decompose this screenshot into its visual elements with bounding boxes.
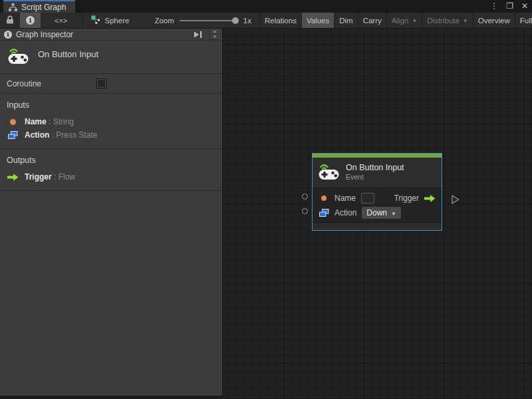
coroutine-row: Coroutine: [0, 74, 222, 94]
flow-arrow-icon: [7, 174, 19, 181]
distribute-button: Distribute ▼: [422, 13, 473, 28]
gamepad-icon: [319, 162, 339, 182]
trigger-port-label: Trigger: [394, 194, 419, 203]
tab-label: Script Graph: [21, 3, 66, 12]
action-dropdown[interactable]: Down ▼: [362, 207, 401, 219]
name-input-socket[interactable]: [302, 194, 308, 200]
inspector-toggle-button[interactable]: i: [20, 13, 41, 28]
input-port-row: Name : String: [0, 115, 222, 128]
inputs-section: Inputs Name : String Action : Press Stat…: [0, 94, 222, 149]
unit-header: On Button Input: [0, 41, 222, 74]
on-button-input-node[interactable]: On Button Input Event Name Trigger: [312, 153, 442, 231]
tab-bar: Script Graph ⋮ ❐ ✕: [0, 0, 532, 13]
gamepad-icon: [8, 47, 29, 66]
dim-button[interactable]: Dim: [334, 13, 357, 28]
flow-arrow-icon[interactable]: [424, 195, 436, 202]
unit-title: On Button Input: [38, 49, 98, 59]
coroutine-checkbox[interactable]: [96, 78, 106, 88]
zoom-value: 1x: [243, 17, 251, 25]
string-value-icon: [7, 119, 19, 125]
zoom-slider-thumb[interactable]: [232, 17, 239, 24]
inspector-titlebar: i Graph Inspector ▲ ▼: [0, 29, 222, 41]
code-icon: <×>: [55, 17, 67, 25]
tab-script-graph[interactable]: Script Graph: [3, 0, 75, 13]
outputs-header: Outputs: [0, 154, 222, 170]
graph-network-icon: [91, 15, 100, 26]
full-screen-button[interactable]: Full Screen: [515, 13, 532, 28]
graph-owner-button[interactable]: Sphere: [83, 13, 136, 28]
zoom-slider[interactable]: [180, 20, 238, 21]
output-port-row: Trigger : Flow: [0, 170, 222, 184]
name-port-label: Name: [334, 194, 356, 203]
maximize-icon[interactable]: ❐: [506, 0, 513, 13]
input-port-row: Action : Press State: [0, 128, 222, 142]
graph-owner-label: Sphere: [104, 17, 129, 25]
lock-button[interactable]: [0, 13, 20, 28]
node-footer: [313, 222, 442, 230]
close-icon[interactable]: ✕: [521, 0, 528, 13]
carry-button[interactable]: Carry: [358, 13, 386, 28]
inputs-header: Inputs: [0, 99, 222, 115]
press-state-icon: [319, 209, 329, 217]
zoom-control: Zoom 1x: [148, 13, 258, 28]
dock-panel-button[interactable]: [190, 31, 205, 39]
string-value-icon: [319, 196, 329, 201]
inspector-empty-area: [0, 191, 222, 396]
window-menu-icon[interactable]: ⋮: [490, 0, 498, 13]
outputs-section: Outputs Trigger : Flow: [0, 149, 222, 191]
node-title: On Button Input: [346, 163, 404, 173]
chevron-down-icon: ▼: [412, 18, 417, 24]
node-subtitle: Event: [346, 173, 404, 182]
zoom-label: Zoom: [154, 17, 174, 25]
action-port-row: Action Down ▼: [313, 205, 442, 220]
action-port-label: Action: [334, 208, 356, 217]
coroutine-label: Coroutine: [7, 79, 41, 88]
scroll-up-button[interactable]: ▲: [210, 29, 219, 35]
action-input-socket[interactable]: [302, 208, 308, 214]
relations-button[interactable]: Relations: [259, 13, 301, 28]
action-dropdown-value: Down: [366, 208, 387, 217]
info-icon: i: [26, 16, 35, 25]
scroll-down-button[interactable]: ▼: [210, 35, 219, 40]
code-view-button[interactable]: <×>: [49, 13, 73, 28]
dock-icon: [193, 31, 203, 39]
chevron-down-icon: ▼: [463, 18, 468, 24]
align-button: Align ▼: [386, 13, 422, 28]
trigger-output-socket[interactable]: [447, 196, 453, 203]
chevron-down-icon: ▼: [391, 211, 396, 217]
panel-scroll-arrows: ▲ ▼: [209, 29, 219, 40]
node-body: Name Trigger: [313, 188, 442, 222]
hierarchy-graph-icon: [9, 3, 17, 11]
press-state-icon: [7, 131, 19, 140]
script-graph-window: Script Graph ⋮ ❐ ✕ i <×>: [0, 0, 532, 399]
lock-icon: [6, 15, 14, 25]
info-icon: i: [4, 31, 12, 39]
window-controls: ⋮ ❐ ✕: [490, 0, 528, 13]
inspector-title: Graph Inspector: [16, 30, 186, 39]
node-header[interactable]: On Button Input Event: [313, 158, 442, 188]
values-button[interactable]: Values: [301, 13, 334, 28]
graph-canvas[interactable]: On Button Input Event Name Trigger: [223, 29, 532, 399]
overview-button[interactable]: Overview: [473, 13, 515, 28]
name-port-row: Name Trigger: [313, 191, 442, 205]
graph-toolbar: i <×> Sphere Zoom 1x Re: [0, 13, 532, 29]
toolbar-buttons: Relations Values Dim Carry Align ▼ Distr…: [259, 13, 532, 28]
graph-inspector-panel: i Graph Inspector ▲ ▼: [0, 29, 223, 399]
name-value-input[interactable]: [361, 193, 374, 203]
